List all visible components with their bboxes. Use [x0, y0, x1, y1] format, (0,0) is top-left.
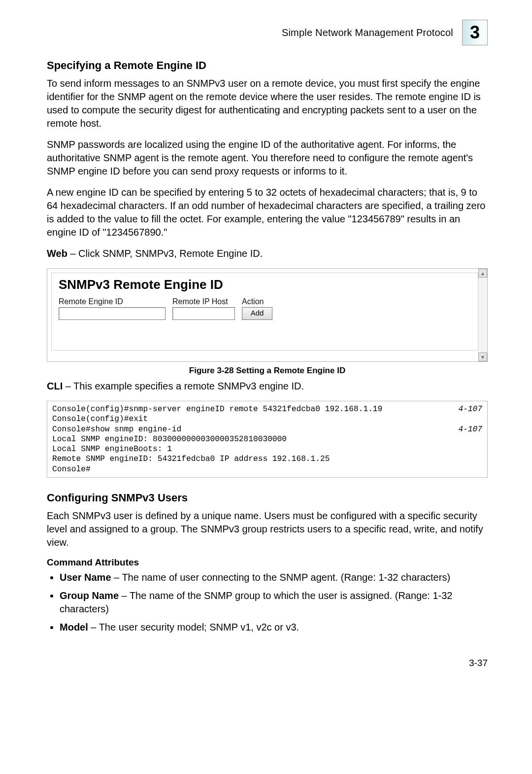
input-remote-ip[interactable]	[172, 307, 235, 320]
add-button[interactable]: Add	[242, 307, 272, 320]
section-heading-remote-engine: Specifying a Remote Engine ID	[47, 59, 488, 72]
web-label: Web	[47, 248, 67, 259]
page-header: Simple Network Management Protocol 3	[47, 20, 488, 45]
attr-text: – The user security model; SNMP v1, v2c …	[88, 622, 299, 633]
attr-label: Model	[60, 622, 88, 633]
list-item: User Name – The name of user connecting …	[60, 571, 488, 584]
cli-ref: 4-107	[458, 404, 482, 414]
col-remote-ip: Remote IP Host	[172, 297, 235, 320]
label-action: Action	[242, 297, 272, 306]
page-number: 3-37	[47, 658, 488, 668]
attr-text: – The name of user connecting to the SNM…	[111, 572, 451, 583]
cli-line: Local SNMP engineBoots: 1	[52, 445, 172, 454]
panel-title: SNMPv3 Remote Engine ID	[59, 277, 471, 292]
attribute-list: User Name – The name of user connecting …	[47, 571, 488, 634]
label-remote-ip: Remote IP Host	[172, 297, 235, 306]
cli-text: – This example specifies a remote SNMPv3…	[63, 381, 304, 391]
cli-line: Console(config)#snmp-server engineID rem…	[52, 404, 382, 414]
web-text: – Click SNMP, SNMPv3, Remote Engine ID.	[67, 248, 263, 259]
col-remote-engine: Remote Engine ID	[59, 297, 166, 320]
scrollbar[interactable]: ▲ ▼	[478, 269, 487, 361]
list-item: Group Name – The name of the SNMP group …	[60, 589, 488, 616]
web-instruction: Web – Click SNMP, SNMPv3, Remote Engine …	[47, 247, 488, 260]
attr-label: User Name	[60, 572, 111, 583]
paragraph: Each SNMPv3 user is defined by a unique …	[47, 509, 488, 549]
cli-line: Console#	[52, 465, 91, 474]
cli-label: CLI	[47, 381, 63, 391]
cli-line: Remote SNMP engineID: 54321fedcba0 IP ad…	[52, 455, 330, 463]
header-title: Simple Network Management Protocol	[282, 27, 453, 38]
figure-caption: Figure 3-28 Setting a Remote Engine ID	[47, 366, 488, 376]
col-action: Action Add	[242, 297, 272, 320]
input-remote-engine[interactable]	[59, 307, 166, 320]
cli-output: Console(config)#snmp-server engineID rem…	[47, 401, 488, 478]
list-item: Model – The user security model; SNMP v1…	[60, 621, 488, 634]
cli-ref: 4-107	[458, 424, 482, 434]
command-attributes-heading: Command Attributes	[47, 557, 488, 568]
scroll-up-icon[interactable]: ▲	[478, 269, 487, 278]
paragraph: To send inform messages to an SNMPv3 use…	[47, 77, 488, 130]
chapter-number: 3	[470, 22, 480, 43]
paragraph: SNMP passwords are localized using the e…	[47, 138, 488, 178]
section-heading-users: Configuring SNMPv3 Users	[47, 492, 488, 504]
ui-panel: SNMPv3 Remote Engine ID Remote Engine ID…	[51, 273, 478, 351]
cli-line: Console#show snmp engine-id	[52, 424, 181, 434]
ui-screenshot: SNMPv3 Remote Engine ID Remote Engine ID…	[47, 268, 488, 362]
label-remote-engine: Remote Engine ID	[59, 297, 166, 306]
scroll-down-icon[interactable]: ▼	[478, 352, 487, 361]
attr-label: Group Name	[60, 590, 119, 601]
cli-instruction: CLI – This example specifies a remote SN…	[47, 380, 488, 393]
attr-text: – The name of the SNMP group to which th…	[60, 590, 452, 614]
paragraph: A new engine ID can be specified by ente…	[47, 186, 488, 239]
form-row: Remote Engine ID Remote IP Host Action A…	[59, 297, 471, 320]
cli-line: Local SNMP engineID: 8030000000030000352…	[52, 435, 287, 444]
cli-line: Console(config)#exit	[52, 415, 148, 423]
page-content: Simple Network Management Protocol 3 Spe…	[0, 0, 532, 688]
chapter-number-box: 3	[462, 20, 488, 45]
